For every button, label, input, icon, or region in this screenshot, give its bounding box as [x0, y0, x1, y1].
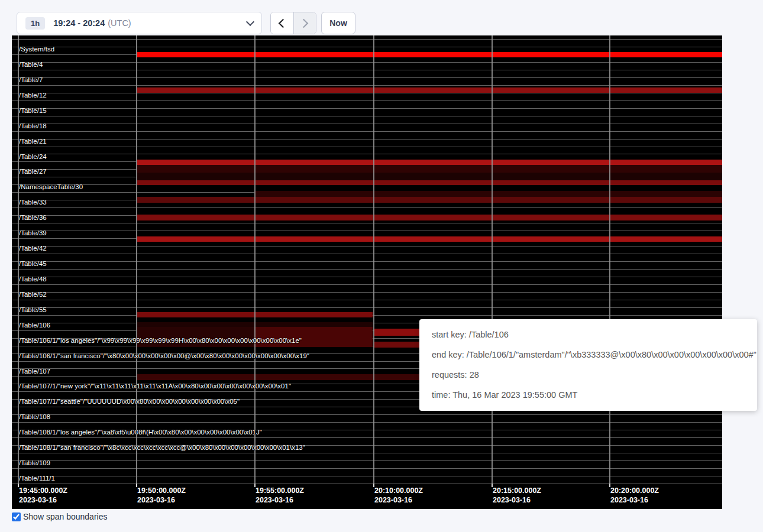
axis-time: 20:10:00.000Z: [374, 486, 423, 496]
heat-band: [137, 236, 722, 242]
row-label: /Table/109: [19, 459, 50, 466]
axis-time: 19:50:00.000Z: [137, 486, 186, 496]
span-boundary-line: [12, 300, 722, 300]
span-boundary-line: [12, 453, 722, 453]
axis-date: 2023-03-16: [493, 496, 541, 505]
span-boundary-line: [12, 484, 722, 484]
row-label: /Table/107/1/"new york"/"\x11\x11\x11\x1…: [19, 382, 291, 390]
tooltip-requests: requests: 28: [432, 369, 757, 381]
row-label: /System/tsd: [19, 46, 54, 53]
tooltip-start-key: start key: /Table/106: [432, 329, 757, 340]
heat-band: [374, 329, 419, 336]
row-label: /Table/45: [19, 260, 47, 267]
row-label: /Table/36: [19, 214, 47, 221]
heat-band: [137, 197, 722, 203]
time-gridline: [492, 35, 493, 484]
row-label: /Table/21: [19, 138, 47, 145]
key-visualizer-page: { "toolbar": { "range_badge": "1h", "ran…: [0, 0, 763, 532]
axis-time: 20:15:00.000Z: [493, 486, 541, 496]
time-axis-label: 19:55:00.000Z2023-03-16: [256, 486, 304, 505]
heat-band: [254, 191, 722, 197]
row-label: /Table/33: [19, 199, 47, 206]
heat-band: [137, 165, 722, 173]
now-button[interactable]: Now: [321, 12, 355, 34]
span-boundary-line: [12, 460, 722, 461]
axis-date: 2023-03-16: [374, 496, 423, 505]
show-span-boundaries-label: Show span boundaries: [23, 512, 107, 521]
span-boundary-line: [12, 277, 722, 277]
axis-date: 2023-03-16: [19, 496, 67, 505]
row-label: /Table/106/1/"san francisco"/"\x80\x00\x…: [19, 352, 309, 359]
span-boundary-line: [12, 246, 722, 246]
axis-date: 2023-03-16: [610, 496, 659, 505]
time-axis-label: 20:15:00.000Z2023-03-16: [493, 486, 541, 505]
row-label: /Table/4: [19, 61, 43, 68]
span-boundary-line: [12, 261, 722, 262]
row-label: /Table/48: [19, 275, 47, 283]
span-tooltip: start key: /Table/106 end key: /Table/10…: [419, 319, 757, 411]
row-label: /Table/52: [19, 291, 47, 298]
time-range-text: 19:24 - 20:24: [53, 18, 105, 28]
axis-time: 19:55:00.000Z: [256, 486, 304, 496]
span-boundary-line: [12, 131, 722, 132]
row-label: /Table/111/1: [19, 475, 55, 482]
row-label: /Table/27: [19, 168, 47, 175]
row-label: /Table/108: [19, 413, 50, 420]
axis-date: 2023-03-16: [256, 496, 304, 505]
time-axis-label: 20:20:00.000Z2023-03-16: [610, 486, 659, 505]
span-boundary-line: [12, 269, 722, 270]
span-boundary-line: [12, 307, 722, 308]
row-label: /Table/15: [19, 107, 47, 114]
span-boundary-line: [12, 124, 722, 124]
span-boundary-line: [12, 468, 722, 469]
span-boundary-line: [12, 207, 722, 208]
row-label: /Table/39: [19, 229, 47, 236]
span-boundary-line: [12, 231, 722, 231]
chevron-right-icon: [299, 18, 308, 28]
row-label: /Table/107: [19, 368, 50, 375]
span-boundary-line: [12, 62, 722, 63]
span-boundary-line: [12, 77, 722, 78]
row-label: /Table/42: [19, 245, 47, 252]
row-label: /Table/12: [19, 92, 47, 99]
row-label: /NamespaceTable/30: [19, 183, 83, 190]
row-label: /Table/107/1/"seattle"/"UUUUUUD\x00\x80\…: [19, 398, 240, 405]
span-boundary-line: [12, 422, 722, 423]
time-range-selector[interactable]: 1h 19:24 - 20:24 (UTC): [17, 12, 262, 34]
heat-band: [137, 87, 722, 93]
span-boundary-line: [12, 70, 722, 70]
axis-date: 2023-03-16: [137, 496, 186, 505]
time-axis-label: 19:50:00.000Z2023-03-16: [137, 486, 186, 505]
time-range-duration-badge: 1h: [25, 17, 45, 30]
tooltip-time: time: Thu, 16 Mar 2023 19:55:00 GMT: [432, 389, 757, 401]
row-label: /Table/18: [19, 122, 47, 129]
span-boundary-line: [12, 116, 722, 116]
time-gridline: [136, 35, 137, 484]
row-label: /Table/7: [19, 76, 43, 83]
show-span-boundaries-checkbox[interactable]: [12, 512, 21, 521]
shift-backward-button[interactable]: [271, 12, 293, 34]
span-boundary-line: [12, 154, 722, 154]
span-boundary-line: [12, 100, 722, 101]
tooltip-end-key: end key: /Table/106/1/"amsterdam"/"\xb33…: [432, 349, 757, 361]
row-label: /Table/108/1/"san francisco"/"\x8c\xcc\x…: [19, 444, 305, 451]
axis-time: 19:45:00.000Z: [19, 486, 67, 496]
chevron-left-icon: [279, 18, 288, 28]
row-label: /Table/106: [19, 322, 50, 329]
span-boundary-line: [12, 414, 722, 415]
heat-band: [137, 52, 722, 57]
span-boundary-line: [12, 284, 722, 285]
key-visualizer-canvas[interactable]: 19:45:00.000Z2023-03-1619:50:00.000Z2023…: [12, 35, 722, 509]
heat-band: [137, 160, 722, 165]
span-boundary-line: [12, 139, 722, 140]
span-boundary-line: [12, 476, 722, 476]
heat-band: [137, 215, 722, 220]
shift-forward-button[interactable]: [293, 12, 316, 34]
span-boundary-line: [12, 147, 722, 147]
time-shift-button-group: [270, 12, 316, 34]
time-gridline: [373, 35, 374, 484]
row-label: /Table/24: [19, 153, 47, 160]
span-boundary-line: [12, 223, 722, 223]
chevron-down-icon: [246, 18, 254, 26]
time-gridline: [254, 35, 256, 484]
